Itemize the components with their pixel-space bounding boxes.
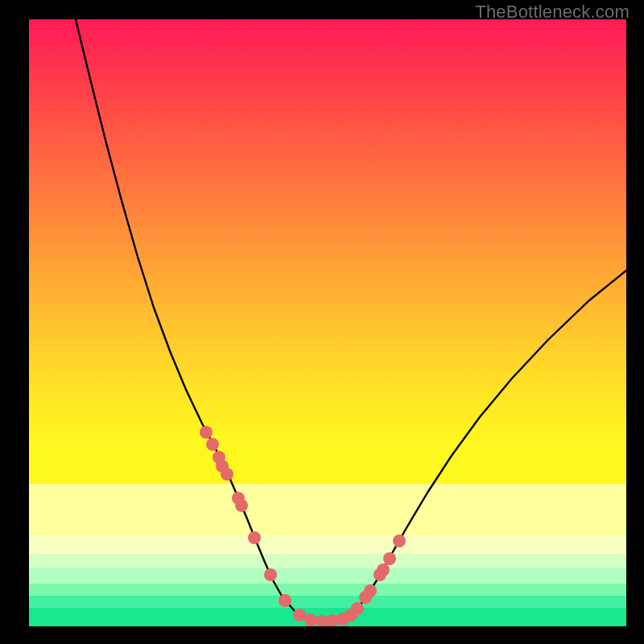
data-point — [393, 535, 406, 547]
curve-path — [76, 19, 626, 621]
chart-frame: TheBottleneck.com — [0, 0, 644, 644]
measurement-points — [200, 426, 406, 626]
data-point — [351, 602, 364, 615]
data-point — [293, 609, 306, 621]
bottleneck-curve — [76, 19, 626, 621]
data-point — [377, 564, 390, 576]
data-point — [235, 499, 248, 512]
data-point — [200, 426, 213, 439]
curve-svg — [29, 19, 626, 626]
data-point — [221, 468, 233, 481]
data-point — [248, 531, 261, 544]
data-point — [279, 594, 291, 607]
data-point — [304, 613, 317, 626]
data-point — [383, 552, 396, 565]
watermark-text: TheBottleneck.com — [475, 2, 630, 23]
plot-area — [29, 19, 626, 626]
data-point — [206, 438, 219, 451]
data-point — [364, 584, 377, 597]
data-point — [264, 568, 277, 581]
